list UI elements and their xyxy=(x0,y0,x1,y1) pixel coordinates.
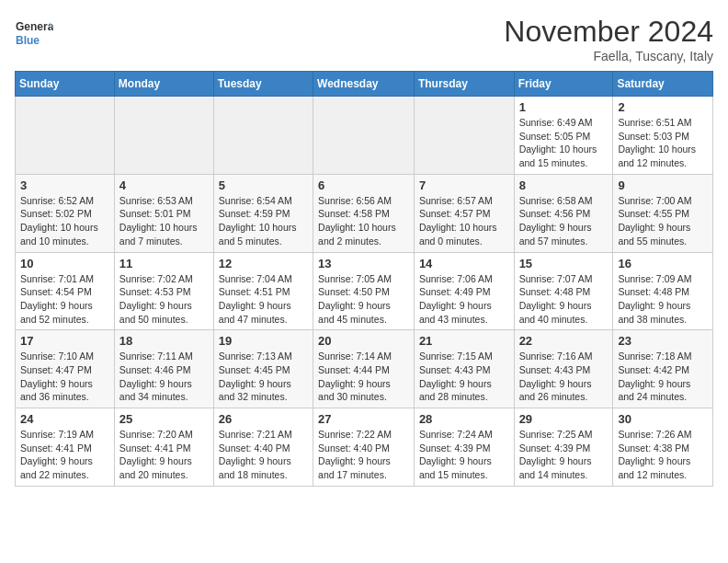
calendar-cell: 28Sunrise: 7:24 AMSunset: 4:39 PMDayligh… xyxy=(414,408,514,487)
calendar-week-5: 24Sunrise: 7:19 AMSunset: 4:41 PMDayligh… xyxy=(16,408,713,487)
day-number: 5 xyxy=(219,178,308,192)
day-info: Sunrise: 6:57 AMSunset: 4:57 PMDaylight:… xyxy=(419,194,509,248)
day-number: 22 xyxy=(519,334,609,348)
calendar-cell: 12Sunrise: 7:04 AMSunset: 4:51 PMDayligh… xyxy=(213,252,313,330)
weekday-header-row: SundayMondayTuesdayWednesdayThursdayFrid… xyxy=(16,72,713,97)
title-block: November 2024 Faella, Tuscany, Italy xyxy=(504,15,713,63)
calendar-cell xyxy=(16,97,115,175)
day-number: 16 xyxy=(618,257,708,270)
day-info: Sunrise: 6:51 AMSunset: 5:03 PMDaylight:… xyxy=(618,116,708,170)
day-number: 20 xyxy=(318,334,409,348)
logo-blue-text: Blue xyxy=(16,34,40,47)
weekday-header-tuesday: Tuesday xyxy=(213,72,313,97)
calendar-cell: 4Sunrise: 6:53 AMSunset: 5:01 PMDaylight… xyxy=(114,174,213,252)
day-number: 27 xyxy=(318,412,409,426)
day-info: Sunrise: 7:06 AMSunset: 4:49 PMDaylight:… xyxy=(419,272,509,327)
calendar-cell: 26Sunrise: 7:21 AMSunset: 4:40 PMDayligh… xyxy=(213,408,313,487)
day-number: 6 xyxy=(318,178,409,192)
weekday-header-friday: Friday xyxy=(514,72,613,97)
day-info: Sunrise: 7:16 AMSunset: 4:43 PMDaylight:… xyxy=(519,350,609,404)
day-number: 17 xyxy=(20,334,109,348)
weekday-header-monday: Monday xyxy=(114,72,213,97)
day-number: 11 xyxy=(119,257,209,270)
calendar-cell: 23Sunrise: 7:18 AMSunset: 4:42 PMDayligh… xyxy=(613,330,713,408)
day-info: Sunrise: 7:04 AMSunset: 4:51 PMDaylight:… xyxy=(219,272,308,327)
calendar-cell: 24Sunrise: 7:19 AMSunset: 4:41 PMDayligh… xyxy=(16,408,115,487)
day-number: 1 xyxy=(519,100,609,114)
calendar-cell: 13Sunrise: 7:05 AMSunset: 4:50 PMDayligh… xyxy=(313,252,415,330)
day-number: 28 xyxy=(419,412,509,426)
day-info: Sunrise: 7:21 AMSunset: 4:40 PMDaylight:… xyxy=(219,428,308,482)
day-info: Sunrise: 6:53 AMSunset: 5:01 PMDaylight:… xyxy=(119,194,209,248)
calendar-cell: 30Sunrise: 7:26 AMSunset: 4:38 PMDayligh… xyxy=(613,408,713,487)
day-number: 15 xyxy=(519,257,609,270)
day-number: 29 xyxy=(519,412,609,426)
logo: General Blue xyxy=(15,15,53,53)
calendar-cell: 11Sunrise: 7:02 AMSunset: 4:53 PMDayligh… xyxy=(114,252,213,330)
weekday-header-wednesday: Wednesday xyxy=(313,72,415,97)
calendar-cell: 14Sunrise: 7:06 AMSunset: 4:49 PMDayligh… xyxy=(414,252,514,330)
calendar-cell xyxy=(213,97,313,175)
calendar-cell: 9Sunrise: 7:00 AMSunset: 4:55 PMDaylight… xyxy=(613,174,713,252)
day-info: Sunrise: 7:18 AMSunset: 4:42 PMDaylight:… xyxy=(618,350,708,404)
page-header: General Blue November 2024 Faella, Tusca… xyxy=(15,15,713,63)
calendar-cell: 15Sunrise: 7:07 AMSunset: 4:48 PMDayligh… xyxy=(514,252,613,330)
day-number: 30 xyxy=(618,412,708,426)
day-info: Sunrise: 7:09 AMSunset: 4:48 PMDaylight:… xyxy=(618,272,708,327)
day-info: Sunrise: 7:25 AMSunset: 4:39 PMDaylight:… xyxy=(519,428,609,482)
day-number: 7 xyxy=(419,178,509,192)
day-number: 26 xyxy=(219,412,308,426)
day-info: Sunrise: 7:26 AMSunset: 4:38 PMDaylight:… xyxy=(618,428,708,482)
day-info: Sunrise: 6:54 AMSunset: 4:59 PMDaylight:… xyxy=(219,194,308,248)
day-number: 23 xyxy=(618,334,708,348)
day-number: 13 xyxy=(318,257,409,270)
calendar-cell: 16Sunrise: 7:09 AMSunset: 4:48 PMDayligh… xyxy=(613,252,713,330)
calendar-cell: 1Sunrise: 6:49 AMSunset: 5:05 PMDaylight… xyxy=(514,97,613,175)
calendar-cell: 10Sunrise: 7:01 AMSunset: 4:54 PMDayligh… xyxy=(16,252,115,330)
day-info: Sunrise: 7:13 AMSunset: 4:45 PMDaylight:… xyxy=(219,350,308,404)
weekday-header-thursday: Thursday xyxy=(414,72,514,97)
day-info: Sunrise: 7:07 AMSunset: 4:48 PMDaylight:… xyxy=(519,272,609,327)
weekday-header-saturday: Saturday xyxy=(613,72,713,97)
day-info: Sunrise: 6:49 AMSunset: 5:05 PMDaylight:… xyxy=(519,116,609,170)
calendar-cell: 27Sunrise: 7:22 AMSunset: 4:40 PMDayligh… xyxy=(313,408,415,487)
day-number: 12 xyxy=(219,257,308,270)
day-number: 9 xyxy=(618,178,708,192)
calendar-cell xyxy=(414,97,514,175)
calendar-cell xyxy=(114,97,213,175)
calendar-cell: 7Sunrise: 6:57 AMSunset: 4:57 PMDaylight… xyxy=(414,174,514,252)
day-number: 19 xyxy=(219,334,308,348)
logo-wordmark: General Blue xyxy=(15,15,53,53)
weekday-header-sunday: Sunday xyxy=(16,72,115,97)
calendar-cell: 19Sunrise: 7:13 AMSunset: 4:45 PMDayligh… xyxy=(213,330,313,408)
day-info: Sunrise: 7:11 AMSunset: 4:46 PMDaylight:… xyxy=(119,350,209,404)
calendar-cell: 25Sunrise: 7:20 AMSunset: 4:41 PMDayligh… xyxy=(114,408,213,487)
day-info: Sunrise: 7:19 AMSunset: 4:41 PMDaylight:… xyxy=(20,428,109,482)
calendar-body: 1Sunrise: 6:49 AMSunset: 5:05 PMDaylight… xyxy=(16,97,713,487)
calendar-cell xyxy=(313,97,415,175)
calendar-cell: 21Sunrise: 7:15 AMSunset: 4:43 PMDayligh… xyxy=(414,330,514,408)
day-info: Sunrise: 7:02 AMSunset: 4:53 PMDaylight:… xyxy=(119,272,209,327)
day-info: Sunrise: 6:52 AMSunset: 5:02 PMDaylight:… xyxy=(20,194,109,248)
calendar-week-4: 17Sunrise: 7:10 AMSunset: 4:47 PMDayligh… xyxy=(16,330,713,408)
day-number: 3 xyxy=(20,178,109,192)
day-number: 8 xyxy=(519,178,609,192)
day-info: Sunrise: 7:14 AMSunset: 4:44 PMDaylight:… xyxy=(318,350,409,404)
day-info: Sunrise: 7:00 AMSunset: 4:55 PMDaylight:… xyxy=(618,194,708,248)
location: Faella, Tuscany, Italy xyxy=(504,49,713,63)
calendar-cell: 20Sunrise: 7:14 AMSunset: 4:44 PMDayligh… xyxy=(313,330,415,408)
day-info: Sunrise: 6:58 AMSunset: 4:56 PMDaylight:… xyxy=(519,194,609,248)
day-number: 4 xyxy=(119,178,209,192)
day-number: 18 xyxy=(119,334,209,348)
day-info: Sunrise: 6:56 AMSunset: 4:58 PMDaylight:… xyxy=(318,194,409,248)
calendar-table: SundayMondayTuesdayWednesdayThursdayFrid… xyxy=(15,71,713,487)
day-number: 21 xyxy=(419,334,509,348)
calendar-cell: 17Sunrise: 7:10 AMSunset: 4:47 PMDayligh… xyxy=(16,330,115,408)
calendar-week-1: 1Sunrise: 6:49 AMSunset: 5:05 PMDaylight… xyxy=(16,97,713,175)
calendar-week-3: 10Sunrise: 7:01 AMSunset: 4:54 PMDayligh… xyxy=(16,252,713,330)
calendar-week-2: 3Sunrise: 6:52 AMSunset: 5:02 PMDaylight… xyxy=(16,174,713,252)
logo-graphic: General Blue xyxy=(15,15,53,53)
month-title: November 2024 xyxy=(504,15,713,49)
day-info: Sunrise: 7:05 AMSunset: 4:50 PMDaylight:… xyxy=(318,272,409,327)
day-info: Sunrise: 7:20 AMSunset: 4:41 PMDaylight:… xyxy=(119,428,209,482)
